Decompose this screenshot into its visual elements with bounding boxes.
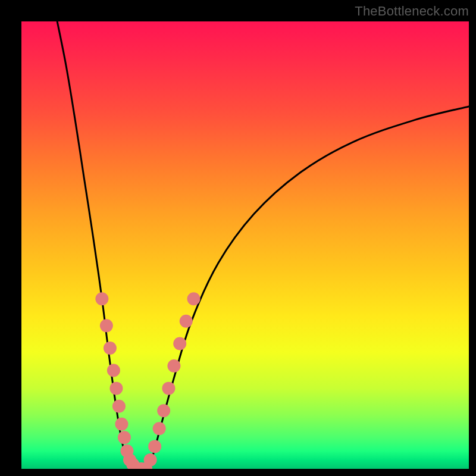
data-marker [100, 319, 113, 332]
data-marker [118, 431, 131, 444]
data-marker [107, 364, 120, 377]
data-marker [162, 382, 175, 395]
data-marker [144, 453, 157, 466]
series-right-curve [142, 107, 469, 469]
data-marker [180, 315, 193, 328]
data-marker [157, 404, 170, 417]
watermark-text: TheBottleneck.com [355, 4, 469, 19]
chart-svg [21, 21, 469, 469]
data-marker [187, 292, 201, 305]
marker-group [95, 292, 200, 469]
data-marker [115, 418, 128, 431]
data-marker [109, 382, 123, 395]
chart-frame: TheBottleneck.com [0, 0, 476, 476]
data-marker [153, 422, 166, 435]
data-marker [148, 440, 161, 453]
data-marker [112, 400, 126, 413]
series-left-curve [57, 21, 136, 469]
data-marker [173, 337, 186, 350]
data-marker [167, 359, 180, 372]
data-marker [104, 342, 117, 355]
data-marker [95, 292, 108, 305]
plot-area [21, 21, 469, 469]
